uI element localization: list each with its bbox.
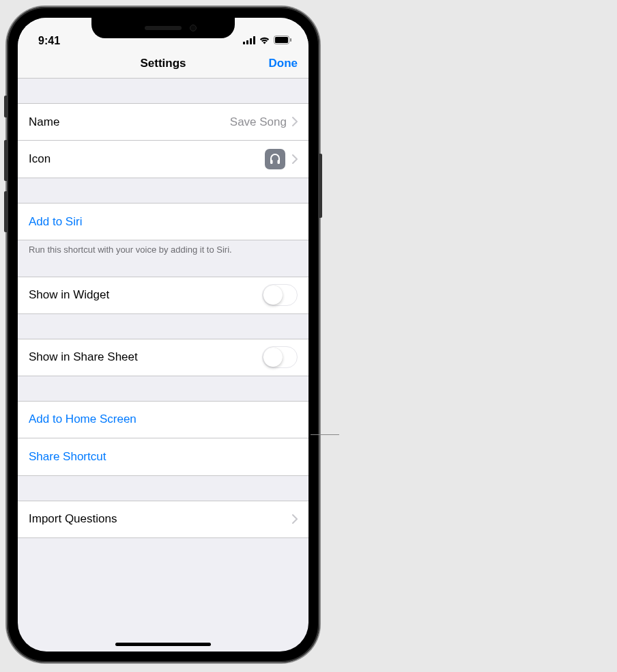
show-in-share-sheet-label: Show in Share Sheet [29, 350, 262, 364]
show-in-widget-label: Show in Widget [29, 288, 262, 302]
import-questions-row[interactable]: Import Questions [18, 501, 308, 538]
svg-rect-3 [253, 36, 255, 44]
add-to-home-screen-row[interactable]: Add to Home Screen [18, 401, 308, 438]
home-indicator[interactable] [115, 643, 211, 646]
siri-footer: Run this shortcut with your voice by add… [18, 240, 308, 256]
svg-rect-5 [275, 37, 288, 43]
silent-switch [4, 96, 7, 117]
shortcut-icon-tile [265, 149, 285, 169]
name-row[interactable]: Name Save Song [18, 103, 308, 141]
page-title: Settings [140, 57, 186, 70]
svg-rect-6 [290, 38, 291, 42]
navbar: Settings Done [18, 48, 308, 79]
icon-row[interactable]: Icon [18, 141, 308, 178]
name-label: Name [29, 115, 230, 129]
add-to-siri-row[interactable]: Add to Siri [18, 203, 308, 240]
share-shortcut-label: Share Shortcut [29, 450, 298, 464]
name-value: Save Song [230, 115, 287, 129]
volume-down-button [4, 191, 7, 232]
headphones-icon [268, 152, 282, 166]
wifi-icon [259, 35, 270, 47]
battery-icon [274, 35, 292, 47]
add-to-siri-label: Add to Siri [29, 215, 298, 229]
svg-rect-2 [250, 38, 252, 44]
cellular-signal-icon [243, 35, 255, 47]
chevron-right-icon [292, 114, 298, 130]
svg-rect-0 [243, 42, 245, 44]
show-in-widget-row: Show in Widget [18, 277, 308, 314]
notch [91, 18, 235, 38]
show-in-widget-toggle[interactable] [262, 284, 298, 306]
show-in-share-sheet-row: Show in Share Sheet [18, 339, 308, 376]
chevron-right-icon [292, 512, 298, 527]
import-questions-label: Import Questions [29, 512, 292, 526]
add-to-home-screen-label: Add to Home Screen [29, 412, 298, 426]
done-button[interactable]: Done [269, 57, 298, 70]
show-in-share-sheet-toggle[interactable] [262, 346, 298, 368]
svg-rect-1 [246, 40, 248, 44]
phone-frame: 9:41 Settings Done Name Save Song [7, 7, 319, 662]
content: Name Save Song Icon [18, 79, 308, 538]
power-button [319, 154, 322, 218]
icon-label: Icon [29, 152, 265, 166]
callout-line [311, 434, 339, 435]
chevron-right-icon [292, 152, 298, 167]
svg-rect-8 [278, 160, 281, 164]
volume-up-button [4, 140, 7, 181]
share-shortcut-row[interactable]: Share Shortcut [18, 438, 308, 476]
svg-rect-7 [270, 160, 273, 164]
screen: 9:41 Settings Done Name Save Song [18, 18, 308, 652]
